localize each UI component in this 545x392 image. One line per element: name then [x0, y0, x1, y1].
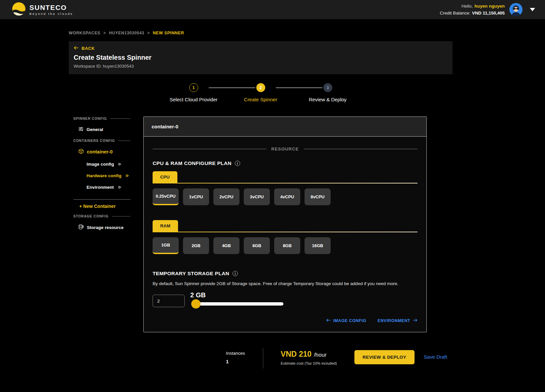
step-select-cloud-provider[interactable]: 1 Select Cloud Provider: [160, 83, 227, 102]
container-config-panel: container-0 RESOURCE CPU & RAM CONFIGURE…: [143, 116, 427, 332]
config-sidebar: SPINNER CONFIG General CONTAINERS CONFIG…: [69, 116, 130, 231]
breadcrumb: WORKSPACES > HUYEN13030543 > NEW SPINNER: [69, 31, 453, 35]
price-unit: /hour: [314, 352, 327, 358]
ram-option-8gb[interactable]: 8GB: [274, 237, 300, 254]
ram-option-4gb[interactable]: 4GB: [213, 237, 239, 254]
storage-size-input[interactable]: [153, 295, 185, 307]
app-root: SUNTECO Beyond the clouds Hello,huyen ng…: [0, 0, 545, 392]
save-draft-button[interactable]: Save Draft: [424, 354, 447, 360]
arrow-left-icon: [74, 46, 79, 51]
ram-option-6gb[interactable]: 6GB: [244, 237, 270, 254]
brand-name: SUNTECO: [29, 4, 73, 11]
sidebar-divider: [73, 199, 130, 200]
sidebar-item-hardware-config[interactable]: Hardware config: [87, 173, 130, 178]
skip-forward-icon: [118, 162, 122, 166]
spinner-config-section-label: SPINNER CONFIG: [73, 116, 130, 120]
stepper: 1 Select Cloud Provider 2 Create Spinner…: [69, 83, 453, 102]
breadcrumb-separator-icon: >: [147, 31, 150, 35]
temporary-storage-heading: TEMPORARY STORAGE PLAN: [153, 271, 418, 277]
credit-balance-value: VND 11,150,405: [472, 11, 505, 16]
storage-slider-thumb[interactable]: [191, 299, 200, 309]
back-label: BACK: [82, 46, 95, 51]
resource-divider: RESOURCE: [153, 137, 418, 151]
ram-tab[interactable]: RAM: [153, 220, 178, 232]
cpu-option-0.25vcpu[interactable]: 0.25vCPU: [153, 188, 179, 205]
skip-forward-icon: [125, 174, 129, 178]
ram-tab-underline: [153, 232, 418, 232]
user-avatar[interactable]: [509, 3, 523, 16]
arrow-right-icon: [413, 318, 418, 323]
arrow-left-icon: [326, 318, 331, 323]
cpu-ram-plan-heading: CPU & RAM CONFIGURE PLAN: [153, 160, 418, 166]
sidebar-item-environment[interactable]: Environment: [87, 185, 130, 190]
ram-options: 1GB 2GB 4GB 6GB 8GB 16GB: [153, 237, 418, 254]
ram-option-1gb[interactable]: 1GB: [153, 237, 179, 254]
review-deploy-button[interactable]: REVIEW & DEPLOY: [354, 350, 415, 364]
step-circle: 2: [256, 83, 265, 92]
storage-config-section-label: STORAGE CONFIG: [73, 214, 130, 218]
info-icon[interactable]: [233, 271, 238, 276]
cpu-tab-underline: [153, 183, 418, 183]
estimate-note: Estimate cost (Tax 10% included): [281, 361, 337, 365]
cpu-option-2vcpu[interactable]: 2vCPU: [213, 188, 239, 205]
step-circle: 1: [189, 83, 198, 92]
cpu-options: 0.25vCPU 1vCPU 2vCPU 3vCPU 4vCPU 8vCPU: [153, 188, 418, 205]
breadcrumb-workspaces[interactable]: WORKSPACES: [69, 31, 100, 35]
page-title: Create Stateless Spinner: [74, 54, 448, 61]
environment-link[interactable]: ENVIRONMENT: [378, 318, 418, 323]
cpu-tab[interactable]: CPU: [153, 171, 177, 183]
bottom-bar-divider: [263, 348, 263, 369]
username: huyen nguyen: [474, 4, 505, 9]
storage-size-value-label: 2 GB: [190, 291, 283, 299]
sunteco-logo-icon: [12, 2, 25, 17]
step-create-spinner[interactable]: 2 Create Spinner: [227, 83, 294, 102]
step-review-deploy[interactable]: 3 Review & Deploy: [294, 83, 361, 102]
user-menu-caret-icon[interactable]: [530, 8, 535, 11]
step-label: Select Cloud Provider: [169, 97, 217, 102]
panel-title: container-0: [144, 117, 426, 137]
sidebar-item-general[interactable]: General: [78, 126, 130, 133]
storage-description: By default, Sun Spinner provide 2GB of S…: [153, 281, 418, 286]
cube-icon: [78, 148, 84, 155]
cpu-option-3vcpu[interactable]: 3vCPU: [244, 188, 270, 205]
instances-value: 1: [226, 359, 245, 364]
skip-forward-icon: [118, 185, 122, 189]
tune-icon: [78, 126, 84, 133]
back-button[interactable]: BACK: [74, 46, 448, 51]
sidebar-item-storage-resource[interactable]: Storage resource: [78, 224, 130, 231]
brand-logo[interactable]: SUNTECO Beyond the clouds: [12, 2, 73, 17]
storage-slider-track[interactable]: [192, 302, 283, 306]
price-value: VND 210: [281, 350, 311, 359]
sidebar-item-image-config[interactable]: Image config: [87, 162, 130, 167]
breadcrumb-workspace-id[interactable]: HUYEN13030543: [109, 31, 144, 35]
cpu-option-1vcpu[interactable]: 1vCPU: [183, 188, 209, 205]
database-icon: [78, 224, 84, 231]
info-icon[interactable]: [235, 161, 240, 166]
ram-option-2gb[interactable]: 2GB: [183, 237, 209, 254]
bottom-action-bar: Instances 1 VND 210 /hour Estimate cost …: [226, 348, 447, 369]
new-container-button[interactable]: + New Container: [79, 204, 130, 209]
page-header-card: BACK Create Stateless Spinner Workspace …: [69, 41, 453, 74]
cpu-option-4vcpu[interactable]: 4vCPU: [274, 188, 300, 205]
breadcrumb-separator-icon: >: [103, 31, 106, 35]
breadcrumb-new-spinner: NEW SPINNER: [153, 31, 184, 35]
workspace-id-subtitle: Workspace ID: huyen13030543: [74, 64, 448, 69]
ram-option-16gb[interactable]: 16GB: [305, 237, 331, 254]
step-label: Create Spinner: [244, 97, 277, 102]
step-circle: 3: [323, 83, 332, 92]
image-config-link[interactable]: IMAGE CONFIG: [326, 318, 366, 323]
credit-balance-label: Credit Balance:: [440, 11, 470, 16]
step-label: Review & Deploy: [309, 97, 346, 102]
containers-config-section-label: CONTAINERS CONFIG: [73, 139, 130, 143]
greeting-text: Hello,: [461, 4, 473, 9]
cpu-option-8vcpu[interactable]: 8vCPU: [305, 188, 331, 205]
instances-label: Instances: [226, 351, 245, 356]
brand-tagline: Beyond the clouds: [29, 12, 73, 16]
topbar: SUNTECO Beyond the clouds Hello,huyen ng…: [0, 0, 545, 19]
sidebar-item-container-0[interactable]: container-0: [78, 148, 130, 155]
